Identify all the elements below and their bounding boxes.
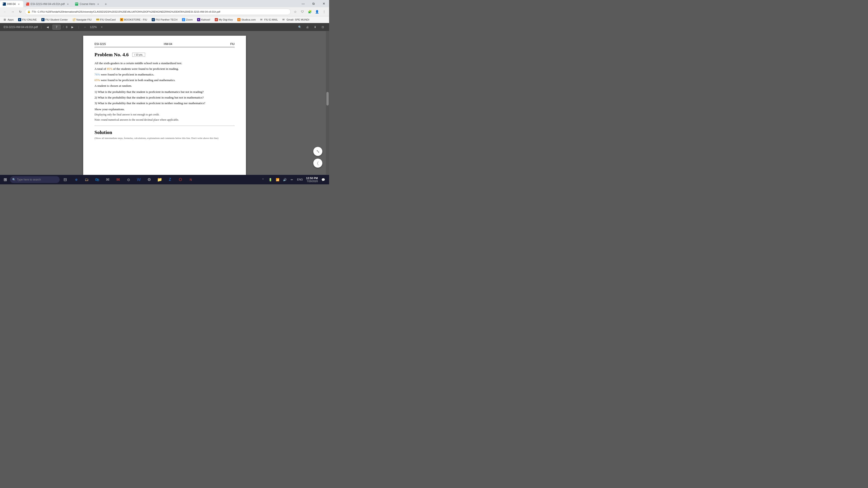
tab3-title: Course Hero [80,2,95,6]
pdf-zoom-in-button[interactable]: + [99,24,104,30]
apps-icon: ⊞ [4,18,7,21]
mail-icon: ✉ [106,177,110,182]
pdf-zoom-out-button[interactable]: − [82,24,88,30]
taskbar-outlook-button[interactable]: O [176,175,185,184]
bookmark-gmail[interactable]: ✉ Gmail- SPE MUNDI [281,18,311,22]
taskbar-settings-button[interactable]: ⚙ [144,175,154,184]
bookmark-zoom[interactable]: Z Zoom [180,18,194,22]
bookmark-star-button[interactable]: ☆ [292,8,298,15]
pdf-header-right: FIU [230,42,235,46]
word-icon: W [137,177,141,182]
line4: A student is chosen at random. [94,84,235,89]
expand-button[interactable]: ⤡ [313,147,322,156]
tab-hw04[interactable]: F HW-04 ✕ [0,1,23,7]
taskbar-store-button[interactable]: 🛍 [92,175,102,184]
taskbar-chrome-button[interactable]: ⊙ [123,175,133,184]
studica-icon: S [237,18,241,21]
points-box: / 10 pts. [132,53,145,57]
pdf-zoom-level: 122% [90,26,97,29]
questions-list: 1) What is the probability that the stud… [94,90,235,106]
extensions-button[interactable]: 🧩 [307,8,313,15]
sync-button[interactable]: 👤 [314,8,320,15]
scroll-indicator[interactable] [326,31,329,183]
minimize-button[interactable]: — [298,0,308,7]
bookmark-zoom-label: Zoom [186,18,193,21]
pdf-page-input[interactable] [53,25,61,30]
taskbar-edge-button[interactable]: e [71,175,81,184]
taskbar: ⊞ 🔍 Type here to search ⊟ e 🗂 🛍 ✉ ✉ ⊙ W [0,175,329,184]
taskbar-napp-button[interactable]: N [186,175,196,184]
panther-tech-icon: G [152,18,155,21]
new-tab-button[interactable]: ＋ [103,1,109,7]
bookmark-bookstore[interactable]: B BOOKSTORE - FIU [118,18,149,22]
section-divider [94,126,235,126]
taskbar-zoom-button[interactable]: Z [165,175,175,184]
bookmark-studica-label: Studica.com [241,18,256,21]
pdf-wrapper: ESI-3215 HW-04 FIU Problem No. 4.6 / 10 … [0,31,329,183]
shield-icon[interactable]: 🛡 [299,8,306,15]
navigate-fiu-icon: 🧭 [72,18,75,21]
bookmark-kahoot[interactable]: K Kahoot! [195,18,212,22]
line1b-text: of the students were found to be profici… [112,67,179,70]
solution-title: Solution [94,129,235,135]
pdf-search-button[interactable]: 🔍 [297,24,303,30]
forward-button[interactable]: → [9,8,16,15]
bookmark-studica[interactable]: S Studica.com [236,18,257,22]
notification-button[interactable]: 💬 [320,176,327,183]
tab2-close[interactable]: ✕ [66,2,70,6]
nav-actions: ☆ 🛡 🧩 👤 ⋮ [292,8,327,15]
bookmark-navigate-fiu[interactable]: 🧭 Navigate FIU [70,18,93,22]
tab2-favicon: P [26,2,29,6]
scroll-thumb[interactable] [327,92,329,105]
tabs-container: F HW-04 ✕ P ESI-3215-HW-04-v9.01h.pdf ✕ … [0,0,298,7]
taskbar-search-box[interactable]: 🔍 Type here to search [10,176,60,183]
question1: 1) What is the probability that the stud… [94,90,235,95]
bookmark-apps[interactable]: ⊞ Apps [2,18,16,22]
mail2-icon: ✉ [116,177,120,182]
restore-button[interactable]: ⧉ [308,0,319,7]
pdf-fit-page-button[interactable]: ⊡ [320,24,326,30]
bookmark-fiu-email[interactable]: ✉ FIU E-MAIL [258,18,280,22]
pdf-prev-page-button[interactable]: ◀ [45,24,50,30]
tab-pdf[interactable]: P ESI-3215-HW-04-v9.01h.pdf ✕ [23,1,72,7]
bookmark-panther-tech[interactable]: G FIU Panther TECH [150,18,179,22]
bookmark-navigate-fiu-label: Navigate FIU [76,18,92,21]
digi-key-icon: D [215,18,218,21]
fiu-student-center-icon: F [41,18,44,21]
pdf-download-button[interactable]: ⬇ [312,24,318,30]
line3-text: were found to be proficient in both read… [100,78,176,82]
taskbar-file2-button[interactable]: 📁 [155,175,164,184]
pdf-body: All the sixth-graders in a certain middl… [94,61,235,122]
taskbar-mail2-button[interactable]: ✉ [113,175,123,184]
bookmark-fiu-online[interactable]: F FIU ONLINE [16,18,39,22]
task-view-button[interactable]: ⊟ [60,175,70,184]
close-button[interactable]: ✕ [319,0,329,7]
bookmark-digi-key[interactable]: D My Digi-Key [213,18,235,22]
more-button[interactable]: ⋮ [321,8,327,15]
taskbar-word-button[interactable]: W [134,175,144,184]
address-bar[interactable]: 🔒 File C:/FIU-%20Florida%20International… [25,8,291,15]
tray-chevron-button[interactable]: ⌃ [260,176,266,183]
nav-bar: ← → ↻ 🔒 File C:/FIU-%20Florida%20Interna… [0,7,329,16]
start-button[interactable]: ⊞ [1,175,9,184]
taskbar-explorer-button[interactable]: 🗂 [82,175,92,184]
taskbar-mail-button[interactable]: ✉ [103,175,113,184]
tab1-favicon: F [3,2,6,6]
note2: Note: round numerical answers to the sec… [94,118,235,122]
chrome-icon: ⊙ [127,177,130,182]
pdf-print-button[interactable]: 🖨 [305,24,310,30]
side-panel-button[interactable]: 〈 [313,159,322,168]
bookmark-fiu-student-center[interactable]: F FIU Student Center [39,18,70,22]
bookmark-onecard[interactable]: 💳 FIU OneCard [94,18,117,22]
back-button[interactable]: ← [2,8,8,15]
tab1-close[interactable]: ✕ [17,2,21,6]
pdf-next-page-button[interactable]: ▶ [70,24,75,30]
tab-coursehero[interactable]: CH Course Hero ✕ [72,1,103,7]
refresh-button[interactable]: ↻ [17,8,24,15]
content-area: ESI-3215 HW-04 FIU Problem No. 4.6 / 10 … [0,31,329,183]
tab3-close[interactable]: ✕ [96,2,100,6]
pen-icon: ✏ [289,176,295,183]
language-label: ENG [296,178,304,181]
url-text: C:/FIU-%20Florida%20International%20Univ… [37,10,288,13]
taskbar-clock[interactable]: 12:50 PM 7/20/2020 [305,177,319,183]
